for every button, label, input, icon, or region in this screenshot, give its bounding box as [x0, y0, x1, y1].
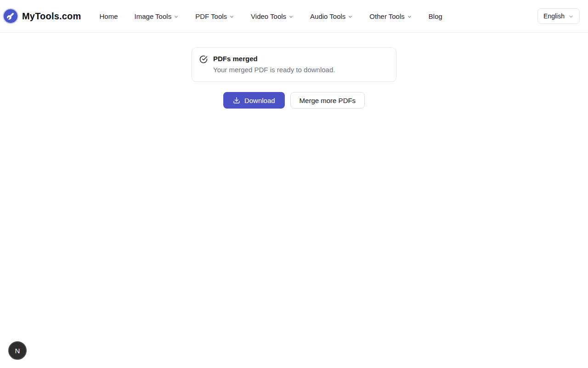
chevron-down-icon — [348, 14, 353, 19]
chevron-down-icon — [407, 14, 412, 19]
result-text-block: PDFs merged Your merged PDF is ready to … — [213, 55, 335, 74]
main-content: PDFs merged Your merged PDF is ready to … — [0, 33, 588, 109]
chevron-down-icon — [229, 14, 234, 19]
language-selected-label: English — [543, 12, 565, 20]
nav-item-audio-tools[interactable]: Audio Tools — [310, 12, 353, 20]
actions-row: Download Merge more PDFs — [0, 92, 588, 109]
chevron-down-icon — [288, 14, 294, 19]
result-title: PDFs merged — [213, 55, 335, 63]
main-nav: Home Image Tools PDF Tools Video Tools A… — [100, 12, 442, 20]
nav-item-label: Home — [100, 12, 118, 20]
chevron-down-icon — [174, 14, 179, 19]
download-button[interactable]: Download — [223, 92, 285, 109]
download-button-label: Download — [244, 97, 275, 104]
header: MyTools.com Home Image Tools PDF Tools V… — [0, 0, 588, 33]
download-icon — [233, 97, 240, 104]
nav-item-home[interactable]: Home — [100, 12, 118, 20]
nav-item-label: Image Tools — [135, 12, 172, 20]
nav-item-video-tools[interactable]: Video Tools — [251, 12, 294, 20]
result-message: Your merged PDF is ready to download. — [213, 66, 335, 74]
merge-more-pdfs-button[interactable]: Merge more PDFs — [290, 92, 365, 109]
nav-item-label: Video Tools — [251, 12, 286, 20]
nav-item-other-tools[interactable]: Other Tools — [369, 12, 412, 20]
language-selector[interactable]: English — [537, 8, 580, 24]
floating-widget-button[interactable]: N — [8, 341, 27, 360]
nav-item-pdf-tools[interactable]: PDF Tools — [195, 12, 234, 20]
merge-result-card: PDFs merged Your merged PDF is ready to … — [192, 47, 396, 82]
check-circle-icon — [199, 55, 208, 65]
brand-name: MyTools.com — [22, 11, 81, 22]
nav-item-label: Blog — [429, 12, 442, 20]
nav-item-image-tools[interactable]: Image Tools — [135, 12, 179, 20]
merge-more-button-label: Merge more PDFs — [300, 97, 356, 104]
chevron-down-icon — [568, 14, 574, 19]
nav-item-label: Audio Tools — [310, 12, 345, 20]
floating-widget-label: N — [15, 347, 20, 355]
nav-item-blog[interactable]: Blog — [429, 12, 442, 20]
brand-logo[interactable]: MyTools.com — [4, 9, 81, 23]
nav-item-label: Other Tools — [369, 12, 404, 20]
nav-item-label: PDF Tools — [195, 12, 227, 20]
wrench-icon — [4, 9, 17, 23]
